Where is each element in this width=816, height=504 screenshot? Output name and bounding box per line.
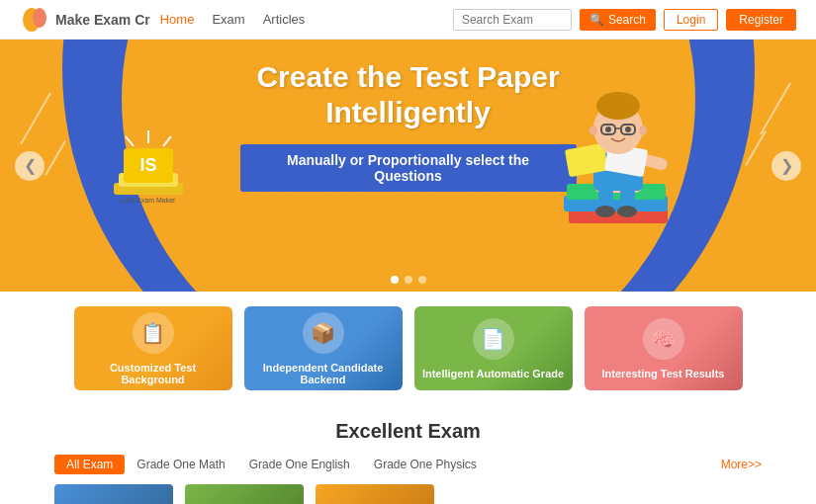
nav-home[interactable]: Home	[160, 12, 195, 27]
candidate-icon: 📦	[303, 312, 344, 354]
svg-point-16	[595, 206, 615, 217]
hero-title: Create the Test Paper Intelligently	[240, 59, 577, 130]
svg-point-17	[617, 206, 637, 217]
hero-lamp-illustration: IS LAN Exam Maker	[94, 119, 213, 237]
hero-next-button[interactable]: ❯	[771, 151, 801, 181]
svg-point-28	[605, 126, 611, 132]
search-button[interactable]: 🔍 Search	[580, 9, 656, 31]
results-label: Interesting Test Results	[598, 368, 729, 379]
exam-card-thumb-3	[316, 484, 434, 504]
hero-content: Create the Test Paper Intelligently Manu…	[240, 59, 577, 192]
hero-dot-3[interactable]	[418, 276, 426, 284]
hero-dot-1[interactable]	[391, 276, 399, 284]
excellent-section: Excellent Exam All Exam Grade One Math G…	[0, 405, 816, 504]
nav-articles[interactable]: Articles	[263, 12, 306, 27]
feature-card-candidate[interactable]: 📦 Independent Candidate Backend	[244, 306, 403, 390]
hero-character-illustration	[539, 49, 697, 277]
excellent-title: Excellent Exam	[54, 420, 762, 443]
svg-line-7	[163, 136, 171, 146]
candidate-label: Independent Candidate Backend	[244, 362, 403, 385]
hero-dot-2[interactable]	[405, 276, 412, 284]
nav-right: 🔍 Search Login Register	[453, 9, 796, 31]
hero-banner: IS LAN Exam Maker Create the Test Paper …	[0, 40, 816, 292]
feature-card-customized[interactable]: 📋 Customized Test Background	[74, 306, 232, 390]
search-icon: 🔍	[589, 13, 604, 27]
exam-card-2[interactable]	[185, 484, 304, 504]
login-button[interactable]: Login	[664, 9, 718, 31]
customized-icon: 📋	[133, 312, 174, 354]
svg-point-30	[589, 126, 597, 135]
feature-card-results[interactable]: 🧠 Interesting Test Results	[585, 306, 743, 390]
grade-icon: 📄	[473, 318, 514, 360]
hero-slide-indicators	[391, 276, 426, 284]
exam-tab-english[interactable]: Grade One English	[237, 455, 362, 474]
site-name: Make Exam Cr	[55, 12, 150, 28]
exam-tab-physics[interactable]: Grade One Physics	[362, 455, 489, 474]
exam-card-3[interactable]	[316, 484, 434, 504]
exam-cards	[54, 484, 762, 504]
svg-text:IS: IS	[139, 155, 156, 175]
exam-tab-math[interactable]: Grade One Math	[125, 455, 236, 474]
grade-label: Intelligent Automatic Grade	[418, 368, 568, 379]
svg-point-1	[33, 8, 46, 28]
exam-card-thumb-2	[185, 484, 304, 504]
svg-point-31	[639, 126, 647, 135]
register-button[interactable]: Register	[726, 9, 796, 31]
svg-point-24	[596, 92, 640, 120]
navbar: Make Exam Cr Home Exam Articles 🔍 Search…	[0, 0, 816, 40]
exam-card-1[interactable]	[54, 484, 173, 504]
svg-line-8	[126, 136, 134, 146]
customized-label: Customized Test Background	[74, 362, 232, 385]
exam-tabs: All Exam Grade One Math Grade One Englis…	[54, 455, 762, 474]
results-icon: 🧠	[643, 318, 684, 360]
logo-area: Make Exam Cr	[20, 5, 150, 35]
exam-card-thumb-1	[54, 484, 173, 504]
search-input[interactable]	[453, 9, 572, 31]
more-link[interactable]: More>>	[721, 458, 762, 471]
exam-tab-all[interactable]: All Exam	[54, 455, 125, 474]
features-section: 📋 Customized Test Background 📦 Independe…	[0, 292, 816, 405]
nav-links: Home Exam Articles	[160, 12, 306, 27]
hero-subtitle: Manually or Proportionally select the Qu…	[240, 144, 577, 192]
nav-exam[interactable]: Exam	[212, 12, 244, 27]
svg-text:LAN Exam Maker: LAN Exam Maker	[122, 197, 177, 204]
hero-prev-button[interactable]: ❮	[15, 151, 45, 181]
logo-icon	[20, 5, 49, 35]
svg-point-29	[625, 126, 631, 132]
feature-card-grade[interactable]: 📄 Intelligent Automatic Grade	[414, 306, 573, 390]
